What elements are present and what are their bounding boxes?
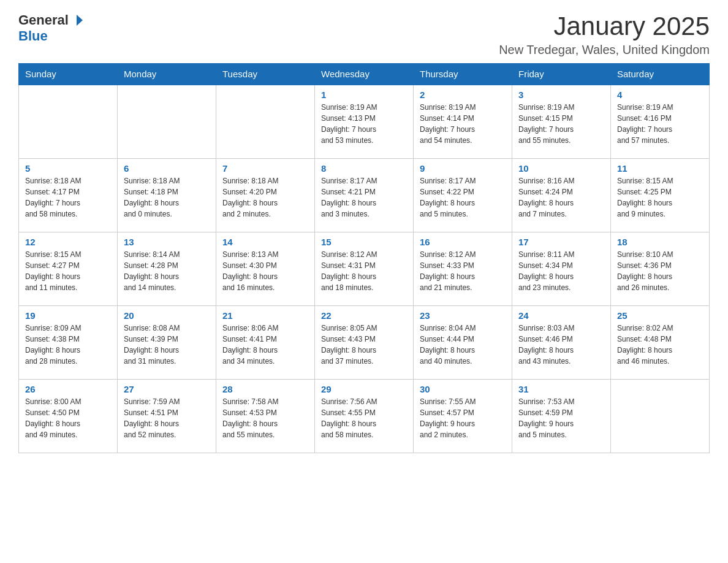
calendar-cell: 23Sunrise: 8:04 AM Sunset: 4:44 PM Dayli… [414,305,512,379]
calendar-cell: 25Sunrise: 8:02 AM Sunset: 4:48 PM Dayli… [611,305,710,379]
calendar-cell [19,85,118,158]
day-number: 7 [222,163,308,174]
day-number: 27 [124,384,210,394]
calendar-cell: 13Sunrise: 8:14 AM Sunset: 4:28 PM Dayli… [118,232,216,305]
month-title: January 2025 [499,12,710,40]
day-number: 23 [420,310,506,321]
calendar-cell: 4Sunrise: 8:19 AM Sunset: 4:16 PM Daylig… [611,85,710,158]
day-number: 22 [321,310,407,321]
calendar-cell: 28Sunrise: 7:58 AM Sunset: 4:53 PM Dayli… [216,379,315,453]
calendar-cell: 16Sunrise: 8:12 AM Sunset: 4:33 PM Dayli… [414,232,512,305]
calendar-week-row: 12Sunrise: 8:15 AM Sunset: 4:27 PM Dayli… [19,232,710,305]
calendar-header-row: SundayMondayTuesdayWednesdayThursdayFrid… [19,64,710,85]
day-number: 18 [617,237,703,247]
day-number: 2 [420,90,506,100]
day-info: Sunrise: 8:12 AM Sunset: 4:31 PM Dayligh… [321,249,407,293]
calendar-cell: 14Sunrise: 8:13 AM Sunset: 4:30 PM Dayli… [216,232,315,305]
day-info: Sunrise: 7:56 AM Sunset: 4:55 PM Dayligh… [321,396,407,440]
day-number: 8 [321,163,407,174]
day-number: 11 [617,163,703,174]
day-info: Sunrise: 8:02 AM Sunset: 4:48 PM Dayligh… [617,323,703,367]
svg-marker-0 [77,15,83,26]
page-header: General Blue January 2025 New Tredegar, … [18,12,710,57]
day-number: 16 [420,237,506,247]
day-number: 3 [518,90,604,100]
day-info: Sunrise: 8:17 AM Sunset: 4:22 PM Dayligh… [420,175,506,220]
calendar-cell: 10Sunrise: 8:16 AM Sunset: 4:24 PM Dayli… [512,158,611,232]
calendar-cell: 19Sunrise: 8:09 AM Sunset: 4:38 PM Dayli… [19,305,118,379]
day-info: Sunrise: 8:18 AM Sunset: 4:20 PM Dayligh… [222,175,308,220]
calendar-cell: 3Sunrise: 8:19 AM Sunset: 4:15 PM Daylig… [512,85,611,158]
calendar-cell: 11Sunrise: 8:15 AM Sunset: 4:25 PM Dayli… [611,158,710,232]
calendar-cell: 26Sunrise: 8:00 AM Sunset: 4:50 PM Dayli… [19,379,118,453]
calendar-day-header: Wednesday [315,64,414,85]
calendar-cell: 22Sunrise: 8:05 AM Sunset: 4:43 PM Dayli… [315,305,414,379]
calendar-cell: 29Sunrise: 7:56 AM Sunset: 4:55 PM Dayli… [315,379,414,453]
title-block: January 2025 New Tredegar, Wales, United… [499,12,710,57]
day-info: Sunrise: 8:15 AM Sunset: 4:27 PM Dayligh… [25,249,111,293]
day-info: Sunrise: 8:19 AM Sunset: 4:15 PM Dayligh… [518,102,604,146]
calendar-day-header: Saturday [611,64,710,85]
calendar-cell: 17Sunrise: 8:11 AM Sunset: 4:34 PM Dayli… [512,232,611,305]
day-number: 20 [124,310,210,321]
day-number: 14 [222,237,308,247]
day-number: 6 [124,163,210,174]
calendar-day-header: Thursday [414,64,512,85]
day-info: Sunrise: 8:10 AM Sunset: 4:36 PM Dayligh… [617,249,703,293]
day-info: Sunrise: 8:03 AM Sunset: 4:46 PM Dayligh… [518,323,604,367]
calendar-week-row: 1Sunrise: 8:19 AM Sunset: 4:13 PM Daylig… [19,85,710,158]
day-number: 1 [321,90,407,100]
calendar-cell [216,85,315,158]
logo-blue-text: Blue [18,28,48,44]
location-title: New Tredegar, Wales, United Kingdom [499,43,710,57]
day-number: 24 [518,310,604,321]
calendar-cell: 31Sunrise: 7:53 AM Sunset: 4:59 PM Dayli… [512,379,611,453]
calendar-cell: 20Sunrise: 8:08 AM Sunset: 4:39 PM Dayli… [118,305,216,379]
day-number: 31 [518,384,604,394]
day-info: Sunrise: 8:14 AM Sunset: 4:28 PM Dayligh… [124,249,210,293]
day-info: Sunrise: 7:58 AM Sunset: 4:53 PM Dayligh… [222,396,308,440]
calendar-week-row: 19Sunrise: 8:09 AM Sunset: 4:38 PM Dayli… [19,305,710,379]
calendar-cell: 15Sunrise: 8:12 AM Sunset: 4:31 PM Dayli… [315,232,414,305]
calendar-day-header: Sunday [19,64,118,85]
day-info: Sunrise: 7:55 AM Sunset: 4:57 PM Dayligh… [420,396,506,440]
day-number: 25 [617,310,703,321]
day-info: Sunrise: 7:59 AM Sunset: 4:51 PM Dayligh… [124,396,210,440]
day-number: 17 [518,237,604,247]
day-info: Sunrise: 8:06 AM Sunset: 4:41 PM Dayligh… [222,323,308,367]
calendar-cell: 27Sunrise: 7:59 AM Sunset: 4:51 PM Dayli… [118,379,216,453]
calendar-cell: 24Sunrise: 8:03 AM Sunset: 4:46 PM Dayli… [512,305,611,379]
day-info: Sunrise: 8:19 AM Sunset: 4:13 PM Dayligh… [321,102,407,146]
calendar-cell: 9Sunrise: 8:17 AM Sunset: 4:22 PM Daylig… [414,158,512,232]
calendar-table: SundayMondayTuesdayWednesdayThursdayFrid… [18,63,710,453]
calendar-cell [611,379,710,453]
day-info: Sunrise: 8:13 AM Sunset: 4:30 PM Dayligh… [222,249,308,293]
day-info: Sunrise: 8:09 AM Sunset: 4:38 PM Dayligh… [25,323,111,367]
day-info: Sunrise: 8:04 AM Sunset: 4:44 PM Dayligh… [420,323,506,367]
logo-flag-icon [70,13,83,27]
day-number: 10 [518,163,604,174]
day-number: 28 [222,384,308,394]
day-info: Sunrise: 8:19 AM Sunset: 4:14 PM Dayligh… [420,102,506,146]
day-number: 13 [124,237,210,247]
day-number: 4 [617,90,703,100]
calendar-cell: 1Sunrise: 8:19 AM Sunset: 4:13 PM Daylig… [315,85,414,158]
calendar-day-header: Friday [512,64,611,85]
calendar-week-row: 26Sunrise: 8:00 AM Sunset: 4:50 PM Dayli… [19,379,710,453]
day-info: Sunrise: 8:19 AM Sunset: 4:16 PM Dayligh… [617,102,703,146]
day-number: 9 [420,163,506,174]
day-number: 15 [321,237,407,247]
day-number: 21 [222,310,308,321]
day-info: Sunrise: 8:12 AM Sunset: 4:33 PM Dayligh… [420,249,506,293]
calendar-week-row: 5Sunrise: 8:18 AM Sunset: 4:17 PM Daylig… [19,158,710,232]
day-number: 29 [321,384,407,394]
calendar-day-header: Tuesday [216,64,315,85]
calendar-cell: 7Sunrise: 8:18 AM Sunset: 4:20 PM Daylig… [216,158,315,232]
day-info: Sunrise: 8:00 AM Sunset: 4:50 PM Dayligh… [25,396,111,440]
day-number: 30 [420,384,506,394]
day-info: Sunrise: 8:15 AM Sunset: 4:25 PM Dayligh… [617,175,703,220]
calendar-day-header: Monday [118,64,216,85]
day-info: Sunrise: 8:17 AM Sunset: 4:21 PM Dayligh… [321,175,407,220]
calendar-cell: 2Sunrise: 8:19 AM Sunset: 4:14 PM Daylig… [414,85,512,158]
day-info: Sunrise: 8:08 AM Sunset: 4:39 PM Dayligh… [124,323,210,367]
